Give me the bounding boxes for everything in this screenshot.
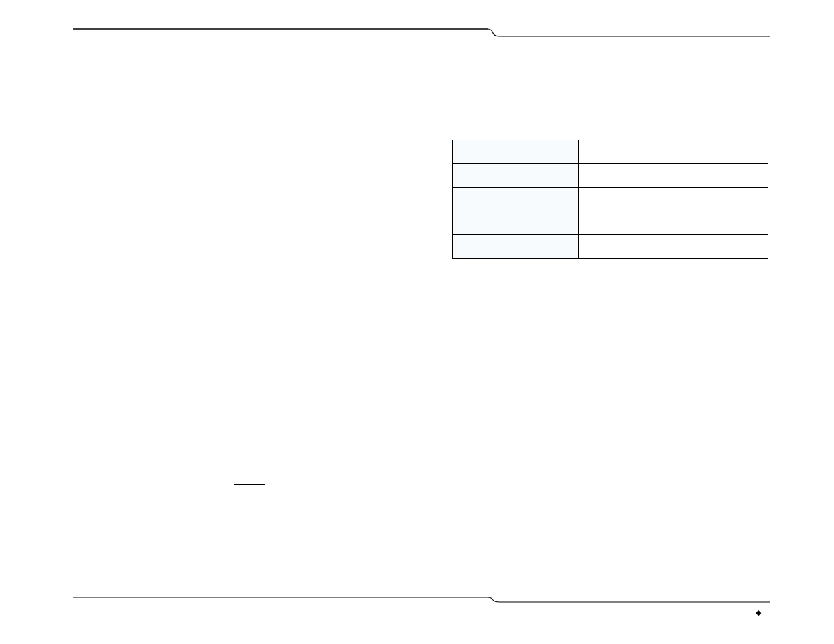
diamond-icon: ◆ [756, 608, 761, 617]
right-column-text [452, 270, 768, 581]
table-row [453, 235, 768, 259]
table-value-cell [579, 211, 768, 235]
top-rule [73, 27, 770, 38]
footer-page-mark: ◆ [756, 609, 764, 618]
table-key-cell [453, 235, 579, 259]
table-row [453, 140, 768, 164]
table-value-cell [579, 188, 768, 211]
table-value-cell [579, 235, 768, 259]
table-key-cell [453, 164, 579, 188]
table-row [453, 164, 768, 188]
left-column-text [73, 49, 417, 582]
bottom-rule [73, 595, 770, 603]
table-row [453, 188, 768, 211]
table-key-cell [453, 188, 579, 211]
table-value-cell [579, 164, 768, 188]
info-table [452, 140, 768, 259]
table-key-cell [453, 140, 579, 164]
table-value-cell [579, 140, 768, 164]
table-row [453, 211, 768, 235]
table-key-cell [453, 211, 579, 235]
inline-underline [234, 484, 265, 485]
